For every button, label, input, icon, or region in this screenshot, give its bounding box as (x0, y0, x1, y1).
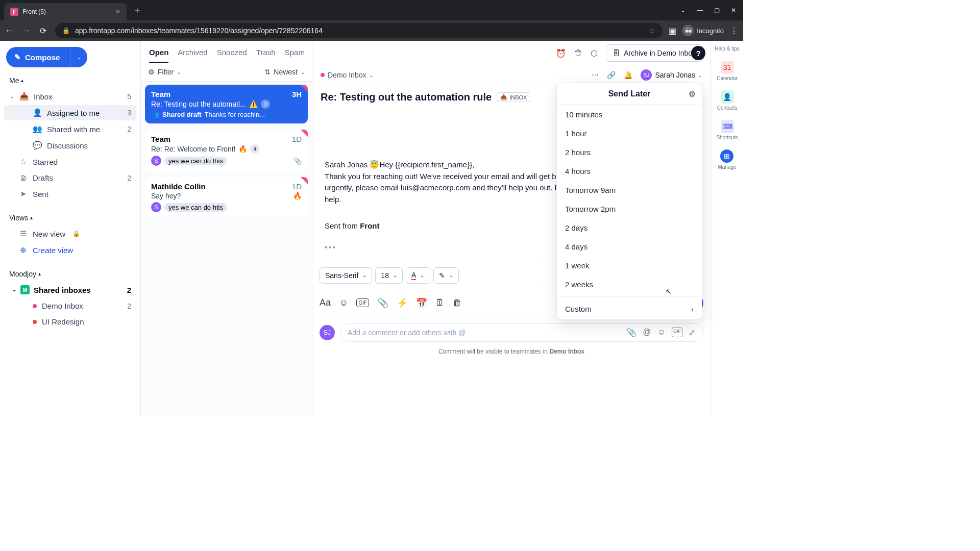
font-size-select[interactable]: 18⌄ (375, 267, 403, 284)
mention-icon[interactable]: @ (643, 328, 651, 337)
minimize-icon[interactable]: — (697, 7, 703, 14)
gear-icon[interactable]: ⚙ (689, 89, 696, 99)
chrome-menu-icon[interactable]: ⋮ (730, 26, 738, 36)
sort-button[interactable]: ⇅Newest⌄ (264, 68, 305, 76)
send-later-option[interactable]: 2 hours (557, 143, 702, 162)
right-rail: Help & tips 31Calendar 👤Contacts ⌨Shortc… (710, 41, 743, 416)
sidebar-item-new-view[interactable]: ☰ New view 🔒 (4, 226, 136, 241)
browser-tab[interactable]: F Front (5) ✕ (4, 3, 127, 20)
sidebar-item-starred[interactable]: ☆ Starred (4, 154, 136, 169)
rail-manage[interactable]: ⊞Manage (718, 149, 736, 170)
section-moodjoy[interactable]: Moodjoy ▴ (4, 267, 136, 281)
highlight-select[interactable]: ✎⌄ (433, 267, 459, 284)
dot-icon (33, 320, 37, 324)
quick-reply-icon[interactable]: ⚡ (397, 297, 408, 309)
send-later-option[interactable]: 2 weeks (557, 275, 702, 294)
chevron-down-icon[interactable]: ⌄ (680, 7, 685, 14)
inbox-tag[interactable]: 📥INBOX (497, 92, 530, 102)
font-family-select[interactable]: Sans-Serif⌄ (320, 267, 372, 284)
tab-trash[interactable]: Trash (256, 48, 276, 63)
emoji-icon[interactable]: ☺ (657, 328, 666, 337)
sidebar-item-create-view[interactable]: ⊕ Create view (4, 242, 136, 258)
plus-circle-icon: ⊕ (18, 245, 28, 255)
conversation-list: Open Archived Snoozed Trash Spam ⚙Filter… (141, 41, 312, 416)
sidebar-item-inbox[interactable]: ⌄ 📥 Inbox 5 (4, 89, 136, 104)
text-format-icon[interactable]: Aa (320, 297, 331, 308)
gif-icon[interactable]: GIF (672, 328, 682, 337)
sidebar-item-discussions[interactable]: 💬 Discussions (4, 138, 136, 153)
conversation-item[interactable]: Team3H Re: Testing out the automati...⚠️… (145, 85, 308, 123)
filter-button[interactable]: ⚙Filter⌄ (148, 68, 181, 76)
star-icon[interactable]: ☆ (649, 27, 655, 35)
bell-icon[interactable]: 🔔 (624, 71, 632, 79)
reload-icon[interactable]: ⟳ (40, 26, 49, 35)
inbox-chip[interactable]: Demo Inbox⌄ (321, 71, 373, 79)
assignee-chip[interactable]: ⋯ 🔗 🔔 SJ Sarah Jonas ⌄ (592, 69, 702, 81)
text-color-icon: A (411, 271, 416, 280)
expand-icon[interactable]: ⤢ (689, 328, 695, 337)
attachment-icon[interactable]: 📎 (626, 328, 636, 337)
tab-open[interactable]: Open (149, 48, 168, 63)
close-tab-icon[interactable]: ✕ (115, 8, 120, 15)
send-later-option[interactable]: 4 hours (557, 162, 702, 181)
calendar-insert-icon[interactable]: 📅 (416, 297, 427, 309)
sidebar-item-sent[interactable]: ➤ Sent (4, 186, 136, 202)
compose-button[interactable]: ✎ Compose (6, 47, 70, 67)
conversation-item[interactable]: Mathilde Collin1D Say hey?🔥 Syes we can … (145, 177, 308, 217)
close-window-icon[interactable]: ✕ (731, 7, 736, 14)
maximize-icon[interactable]: ▢ (714, 7, 720, 14)
sidebar-item-shared-inboxes[interactable]: ⌄ M Shared inboxes 2 (4, 282, 136, 297)
section-views[interactable]: Views ▴ (4, 211, 136, 225)
send-later-option[interactable]: Tomorrow 2pm (557, 199, 702, 218)
emoji-icon[interactable]: ☺ (339, 297, 348, 308)
avatar: SJ (320, 325, 335, 340)
count-badge: 2 (127, 125, 131, 133)
sidebar-item-label: Create view (33, 246, 73, 255)
link-icon[interactable]: 🔗 (607, 71, 616, 79)
forward-icon[interactable]: → (22, 26, 32, 35)
send-later-custom[interactable]: Custom› (557, 298, 702, 319)
back-icon[interactable]: ← (5, 26, 14, 35)
send-later-option[interactable]: 1 hour (557, 124, 702, 143)
sidebar-item-label: Drafts (33, 173, 53, 182)
inbox-icon: 📥 (500, 94, 507, 101)
archive-button[interactable]: 🗄Archive in Demo Inbox (606, 44, 702, 62)
sidebar-item-shared-with-me[interactable]: 👥 Shared with me 2 (4, 121, 136, 137)
incognito-badge[interactable]: 🕶 Incognito (682, 25, 724, 36)
send-later-option[interactable]: 2 days (557, 218, 702, 237)
spam-icon[interactable]: ⬡ (591, 48, 598, 58)
conversation-item[interactable]: Team1D Re: Re: Welcome to Front!🔥4 Syes … (145, 130, 308, 171)
attachment-icon[interactable]: 📎 (377, 297, 388, 309)
sidebar-item-ui-redesign[interactable]: UI Redesign (4, 314, 136, 329)
rail-shortcuts[interactable]: ⌨Shortcuts (716, 120, 738, 140)
tab-spam[interactable]: Spam (285, 48, 305, 63)
count-badge: 2 (127, 302, 131, 310)
popover-title: Send Later (608, 89, 651, 98)
text-color-select[interactable]: A⌄ (406, 267, 430, 284)
more-icon[interactable]: ⋯ (592, 71, 599, 79)
help-fab[interactable]: ? (691, 46, 705, 60)
extensions-icon[interactable]: ▣ (669, 26, 676, 36)
url-box[interactable]: 🔒 app.frontapp.com/inboxes/teammates/156… (55, 23, 663, 38)
chevron-down-icon: ⌄ (698, 72, 702, 78)
send-later-option[interactable]: Tomorrow 9am (557, 181, 702, 199)
rail-contacts[interactable]: 👤Contacts (717, 90, 737, 111)
rail-help[interactable]: Help & tips (715, 46, 739, 52)
tab-snoozed[interactable]: Snoozed (217, 48, 247, 63)
send-later-option[interactable]: 1 week (557, 256, 702, 275)
tab-archived[interactable]: Archived (178, 48, 207, 63)
gif-icon[interactable]: GIF (356, 298, 369, 307)
rail-calendar[interactable]: 31Calendar (717, 61, 738, 81)
snooze-icon[interactable]: ⏰ (556, 48, 566, 58)
section-me[interactable]: Me ▴ (4, 73, 136, 88)
sidebar-item-assigned[interactable]: 👤 Assigned to me 3 (4, 105, 136, 120)
send-later-option[interactable]: 4 days (557, 237, 702, 256)
sidebar-item-demo-inbox[interactable]: Demo Inbox 2 (4, 298, 136, 313)
new-tab-button[interactable]: ＋ (133, 4, 142, 16)
compose-dropdown[interactable]: ⌄ (70, 47, 87, 67)
trash-icon[interactable]: 🗑 (574, 48, 582, 58)
template-icon[interactable]: 🗓 (435, 297, 445, 308)
discard-icon[interactable]: 🗑 (453, 297, 462, 308)
send-later-option[interactable]: 10 minutes (557, 105, 702, 124)
sidebar-item-drafts[interactable]: 🗎 Drafts 2 (4, 170, 136, 185)
